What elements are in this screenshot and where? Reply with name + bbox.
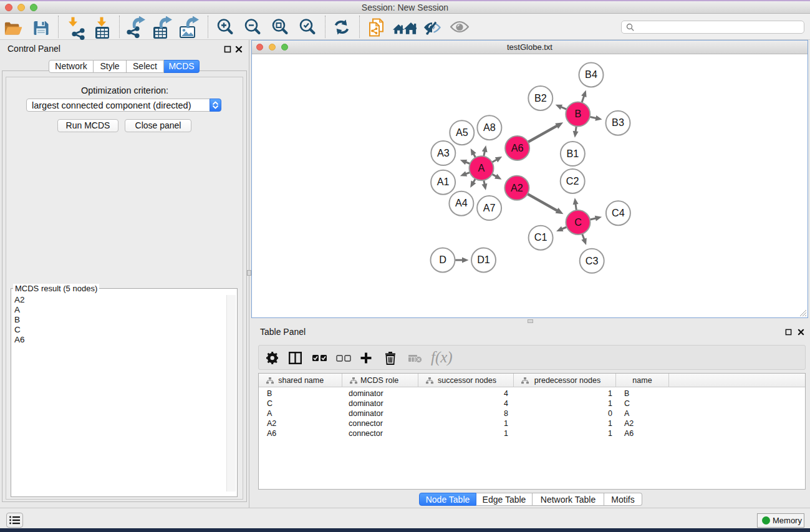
svg-text:B3: B3 — [612, 117, 624, 128]
svg-text:D1: D1 — [477, 254, 490, 265]
svg-text:A3: A3 — [437, 147, 450, 158]
svg-text:C4: C4 — [612, 207, 625, 218]
svg-text:A7: A7 — [483, 202, 496, 213]
svg-text:C2: C2 — [566, 175, 579, 186]
svg-text:A4: A4 — [455, 197, 468, 208]
svg-text:B4: B4 — [585, 69, 597, 80]
svg-text:B: B — [574, 108, 581, 119]
svg-text:D: D — [439, 254, 446, 265]
svg-text:A1: A1 — [437, 176, 450, 187]
svg-text:B2: B2 — [534, 92, 547, 104]
svg-text:C1: C1 — [534, 231, 547, 243]
svg-text:C3: C3 — [586, 255, 599, 266]
svg-text:A: A — [478, 162, 485, 173]
svg-text:A6: A6 — [511, 142, 524, 153]
svg-text:A5: A5 — [456, 127, 468, 138]
svg-text:B1: B1 — [566, 148, 579, 159]
svg-text:A2: A2 — [511, 182, 523, 193]
svg-text:A8: A8 — [483, 122, 496, 133]
svg-text:C: C — [574, 216, 582, 228]
